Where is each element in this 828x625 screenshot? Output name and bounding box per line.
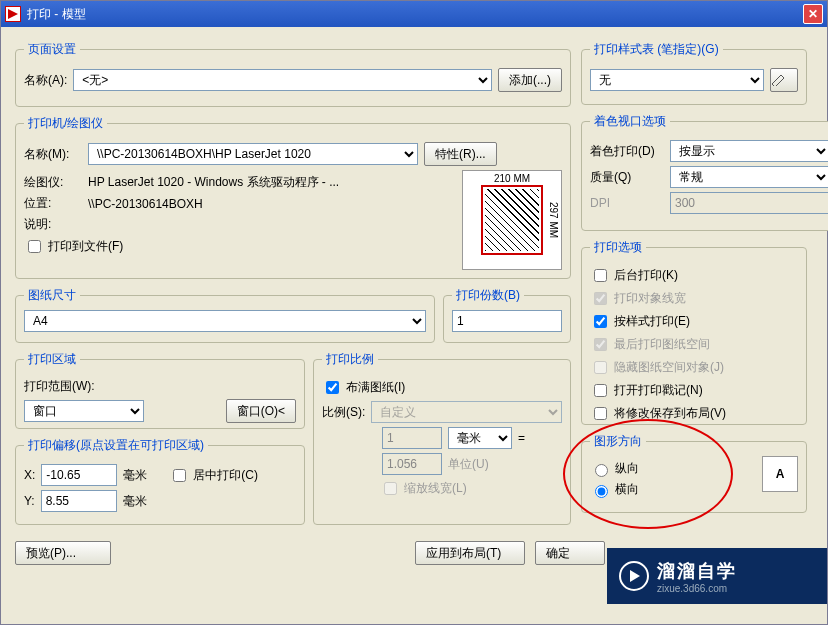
- scope-label: 打印范围(W):: [24, 378, 95, 395]
- play-icon: [619, 561, 649, 591]
- ok-button[interactable]: 确定: [535, 541, 605, 565]
- copies-legend: 打印份数(B): [452, 287, 524, 304]
- opt-last-checkbox: [594, 338, 607, 351]
- opt-lw-checkbox: [594, 292, 607, 305]
- scale-num1: [382, 427, 442, 449]
- watermark-url: zixue.3d66.com: [657, 583, 737, 594]
- y-unit: 毫米: [123, 493, 147, 510]
- print-area-legend: 打印区域: [24, 351, 80, 368]
- pagesetup-name-label: 名称(A):: [24, 72, 67, 89]
- where-value: \\PC-20130614BOXH: [88, 197, 203, 211]
- x-input[interactable]: [41, 464, 117, 486]
- portrait-radio[interactable]: [595, 464, 608, 477]
- print-options-group: 打印选项 后台打印(K) 打印对象线宽 按样式打印(E) 最后打印图纸空间 隐藏…: [581, 239, 807, 425]
- dpi-label: DPI: [590, 196, 664, 210]
- titlebar: 打印 - 模型 ✕: [1, 1, 827, 27]
- scale-num2: [382, 453, 442, 475]
- plotter-value: HP LaserJet 1020 - Windows 系统驱动程序 - ...: [88, 174, 339, 191]
- fit-checkbox[interactable]: [326, 381, 339, 394]
- orientation-preview: A: [762, 456, 798, 492]
- preview-height-label: 297 MM: [548, 171, 559, 269]
- scale-legend: 打印比例: [322, 351, 378, 368]
- scale-lw-checkbox: [384, 482, 397, 495]
- paper-size-group: 图纸尺寸 A4: [15, 287, 435, 343]
- y-input[interactable]: [41, 490, 117, 512]
- offset-legend: 打印偏移(原点设置在可打印区域): [24, 437, 208, 454]
- center-checkbox[interactable]: [173, 469, 186, 482]
- copies-input[interactable]: [452, 310, 562, 332]
- shaded-group: 着色视口选项 着色打印(D)按显示 质量(Q)常规 DPI: [581, 113, 828, 231]
- pagesetup-name-select[interactable]: <无>: [73, 69, 492, 91]
- opt-lw-label: 打印对象线宽: [614, 290, 686, 307]
- offset-group: 打印偏移(原点设置在可打印区域) X: 毫米 居中打印(C) Y: 毫米: [15, 437, 305, 525]
- print-to-file-label: 打印到文件(F): [48, 238, 123, 255]
- apply-button[interactable]: 应用到布局(T): [415, 541, 525, 565]
- quality-select[interactable]: 常规: [670, 166, 828, 188]
- opt-style-checkbox[interactable]: [594, 315, 607, 328]
- style-select[interactable]: 无: [590, 69, 764, 91]
- opt-bg-label: 后台打印(K): [614, 267, 678, 284]
- scale-unit2: 单位(U): [448, 456, 489, 473]
- print-to-file-checkbox[interactable]: [28, 240, 41, 253]
- options-legend: 打印选项: [590, 239, 646, 256]
- center-label: 居中打印(C): [193, 467, 258, 484]
- preview-button[interactable]: 预览(P)...: [15, 541, 111, 565]
- orientation-group: 图形方向 纵向 横向 A: [581, 433, 807, 513]
- brush-icon: [771, 74, 787, 86]
- opt-hide-label: 隐藏图纸空间对象(J): [614, 359, 724, 376]
- window-pick-button[interactable]: 窗口(O)<: [226, 399, 296, 423]
- scale-eq: =: [518, 431, 525, 445]
- printer-group: 打印机/绘图仪 名称(M): \\PC-20130614BOXH\HP Lase…: [15, 115, 571, 279]
- x-unit: 毫米: [123, 467, 147, 484]
- printer-props-button[interactable]: 特性(R)...: [424, 142, 497, 166]
- opt-save-label: 将修改保存到布局(V): [614, 405, 726, 422]
- scale-label: 比例(S):: [322, 404, 365, 421]
- scale-group: 打印比例 布满图纸(I) 比例(S): 自定义 毫米 = 单位(U) 缩放线宽(…: [313, 351, 571, 525]
- page-setup-legend: 页面设置: [24, 41, 80, 58]
- fit-label: 布满图纸(I): [346, 379, 405, 396]
- opt-save-checkbox[interactable]: [594, 407, 607, 420]
- paper-preview: 210 MM 297 MM: [462, 170, 562, 270]
- printer-name-label: 名称(M):: [24, 146, 82, 163]
- pagesetup-add-button[interactable]: 添加(...): [498, 68, 562, 92]
- paper-size-legend: 图纸尺寸: [24, 287, 80, 304]
- orient-legend: 图形方向: [590, 433, 646, 450]
- shade-mode-select[interactable]: 按显示: [670, 140, 828, 162]
- y-label: Y:: [24, 494, 35, 508]
- print-area-group: 打印区域 打印范围(W): 窗口 窗口(O)<: [15, 351, 305, 429]
- where-label: 位置:: [24, 195, 82, 212]
- portrait-label: 纵向: [615, 460, 639, 477]
- dpi-input: [670, 192, 828, 214]
- landscape-radio[interactable]: [595, 485, 608, 498]
- scale-select: 自定义: [371, 401, 562, 423]
- copies-group: 打印份数(B): [443, 287, 571, 343]
- printer-legend: 打印机/绘图仪: [24, 115, 107, 132]
- opt-stamp-checkbox[interactable]: [594, 384, 607, 397]
- window-title: 打印 - 模型: [27, 6, 86, 23]
- opt-hide-checkbox: [594, 361, 607, 374]
- paper-size-select[interactable]: A4: [24, 310, 426, 332]
- desc-label: 说明:: [24, 216, 82, 233]
- landscape-label: 横向: [615, 481, 639, 498]
- scale-lw-label: 缩放线宽(L): [404, 480, 467, 497]
- scale-unit1[interactable]: 毫米: [448, 427, 512, 449]
- opt-stamp-label: 打开打印戳记(N): [614, 382, 703, 399]
- style-table-group: 打印样式表 (笔指定)(G) 无: [581, 41, 807, 105]
- close-button[interactable]: ✕: [803, 4, 823, 24]
- plotter-label: 绘图仪:: [24, 174, 82, 191]
- opt-bg-checkbox[interactable]: [594, 269, 607, 282]
- shade-mode-label: 着色打印(D): [590, 143, 664, 160]
- shaded-legend: 着色视口选项: [590, 113, 670, 130]
- opt-style-label: 按样式打印(E): [614, 313, 690, 330]
- x-label: X:: [24, 468, 35, 482]
- scope-select[interactable]: 窗口: [24, 400, 144, 422]
- watermark: 溜溜自学 zixue.3d66.com: [607, 548, 827, 604]
- page-setup-group: 页面设置 名称(A): <无> 添加(...): [15, 41, 571, 107]
- quality-label: 质量(Q): [590, 169, 664, 186]
- style-legend: 打印样式表 (笔指定)(G): [590, 41, 723, 58]
- printer-name-select[interactable]: \\PC-20130614BOXH\HP LaserJet 1020: [88, 143, 418, 165]
- preview-width-label: 210 MM: [463, 173, 561, 184]
- style-edit-button[interactable]: [770, 68, 798, 92]
- opt-last-label: 最后打印图纸空间: [614, 336, 710, 353]
- watermark-brand: 溜溜自学: [657, 559, 737, 583]
